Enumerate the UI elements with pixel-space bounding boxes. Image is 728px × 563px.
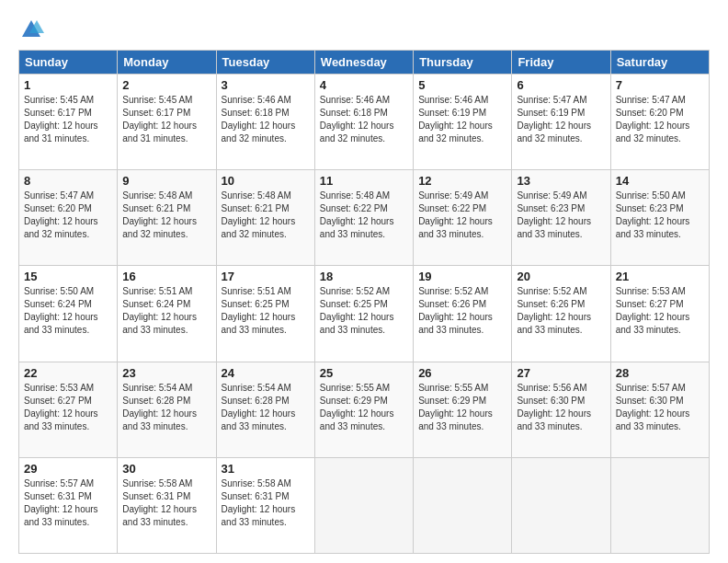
- day-info: Sunrise: 5:55 AM Sunset: 6:29 PM Dayligh…: [320, 382, 408, 433]
- calendar-cell: 27Sunrise: 5:56 AM Sunset: 6:30 PM Dayli…: [512, 362, 610, 457]
- calendar-header-tuesday: Tuesday: [216, 51, 314, 75]
- day-info: Sunrise: 5:45 AM Sunset: 6:17 PM Dayligh…: [24, 94, 112, 145]
- calendar-cell: [512, 457, 610, 553]
- calendar-cell: 29Sunrise: 5:57 AM Sunset: 6:31 PM Dayli…: [19, 457, 118, 553]
- calendar-cell: 28Sunrise: 5:57 AM Sunset: 6:30 PM Dayli…: [610, 362, 709, 457]
- calendar-cell: 2Sunrise: 5:45 AM Sunset: 6:17 PM Daylig…: [118, 75, 216, 170]
- day-number: 18: [320, 270, 408, 283]
- day-info: Sunrise: 5:58 AM Sunset: 6:31 PM Dayligh…: [222, 477, 310, 529]
- day-info: Sunrise: 5:52 AM Sunset: 6:26 PM Dayligh…: [517, 285, 605, 337]
- day-info: Sunrise: 5:49 AM Sunset: 6:22 PM Dayligh…: [418, 190, 506, 241]
- day-info: Sunrise: 5:57 AM Sunset: 6:31 PM Dayligh…: [24, 477, 112, 529]
- day-info: Sunrise: 5:54 AM Sunset: 6:28 PM Dayligh…: [222, 382, 310, 433]
- day-number: 16: [122, 270, 210, 283]
- calendar-cell: [314, 457, 413, 553]
- day-number: 8: [24, 174, 112, 188]
- calendar-cell: 6Sunrise: 5:47 AM Sunset: 6:19 PM Daylig…: [512, 75, 610, 170]
- calendar-cell: 14Sunrise: 5:50 AM Sunset: 6:23 PM Dayli…: [610, 170, 709, 266]
- day-info: Sunrise: 5:47 AM Sunset: 6:20 PM Dayligh…: [24, 190, 112, 241]
- calendar-cell: 9Sunrise: 5:48 AM Sunset: 6:21 PM Daylig…: [118, 170, 216, 266]
- day-number: 14: [616, 174, 704, 188]
- day-info: Sunrise: 5:52 AM Sunset: 6:26 PM Dayligh…: [418, 285, 506, 337]
- calendar-cell: 20Sunrise: 5:52 AM Sunset: 6:26 PM Dayli…: [512, 266, 610, 362]
- day-number: 17: [222, 270, 310, 283]
- day-number: 22: [24, 366, 112, 380]
- calendar-week-2: 8Sunrise: 5:47 AM Sunset: 6:20 PM Daylig…: [19, 170, 710, 266]
- day-info: Sunrise: 5:52 AM Sunset: 6:25 PM Dayligh…: [320, 285, 408, 337]
- day-number: 28: [616, 366, 704, 380]
- calendar-cell: 26Sunrise: 5:55 AM Sunset: 6:29 PM Dayli…: [414, 362, 512, 457]
- day-info: Sunrise: 5:47 AM Sunset: 6:20 PM Dayligh…: [616, 94, 704, 145]
- day-info: Sunrise: 5:46 AM Sunset: 6:18 PM Dayligh…: [320, 94, 408, 145]
- calendar-cell: 16Sunrise: 5:51 AM Sunset: 6:24 PM Dayli…: [118, 266, 216, 362]
- calendar-week-3: 15Sunrise: 5:50 AM Sunset: 6:24 PM Dayli…: [19, 266, 710, 362]
- day-info: Sunrise: 5:55 AM Sunset: 6:29 PM Dayligh…: [418, 382, 506, 433]
- calendar-cell: 24Sunrise: 5:54 AM Sunset: 6:28 PM Dayli…: [216, 362, 314, 457]
- day-info: Sunrise: 5:49 AM Sunset: 6:23 PM Dayligh…: [517, 190, 605, 241]
- day-info: Sunrise: 5:46 AM Sunset: 6:19 PM Dayligh…: [418, 94, 506, 145]
- calendar-cell: 23Sunrise: 5:54 AM Sunset: 6:28 PM Dayli…: [118, 362, 216, 457]
- day-info: Sunrise: 5:48 AM Sunset: 6:22 PM Dayligh…: [320, 190, 408, 241]
- calendar-header-friday: Friday: [512, 51, 610, 75]
- day-info: Sunrise: 5:51 AM Sunset: 6:25 PM Dayligh…: [222, 285, 310, 337]
- day-info: Sunrise: 5:53 AM Sunset: 6:27 PM Dayligh…: [616, 285, 704, 337]
- day-info: Sunrise: 5:50 AM Sunset: 6:24 PM Dayligh…: [24, 285, 112, 337]
- calendar-cell: 18Sunrise: 5:52 AM Sunset: 6:25 PM Dayli…: [314, 266, 413, 362]
- logo: [18, 17, 48, 42]
- day-number: 3: [222, 78, 310, 92]
- day-number: 30: [122, 462, 210, 476]
- calendar-cell: 19Sunrise: 5:52 AM Sunset: 6:26 PM Dayli…: [414, 266, 512, 362]
- day-info: Sunrise: 5:45 AM Sunset: 6:17 PM Dayligh…: [122, 94, 210, 145]
- calendar-header-thursday: Thursday: [414, 51, 512, 75]
- calendar-cell: 22Sunrise: 5:53 AM Sunset: 6:27 PM Dayli…: [19, 362, 118, 457]
- day-number: 4: [320, 78, 408, 92]
- logo-icon: [18, 17, 44, 42]
- calendar-cell: 12Sunrise: 5:49 AM Sunset: 6:22 PM Dayli…: [414, 170, 512, 266]
- day-number: 25: [320, 366, 408, 380]
- calendar-cell: 31Sunrise: 5:58 AM Sunset: 6:31 PM Dayli…: [216, 457, 314, 553]
- calendar-week-4: 22Sunrise: 5:53 AM Sunset: 6:27 PM Dayli…: [19, 362, 710, 457]
- day-number: 5: [418, 78, 506, 92]
- day-number: 19: [418, 270, 506, 283]
- calendar-cell: 3Sunrise: 5:46 AM Sunset: 6:18 PM Daylig…: [216, 75, 314, 170]
- day-number: 7: [616, 78, 704, 92]
- day-number: 31: [222, 462, 310, 476]
- calendar-cell: 13Sunrise: 5:49 AM Sunset: 6:23 PM Dayli…: [512, 170, 610, 266]
- day-info: Sunrise: 5:51 AM Sunset: 6:24 PM Dayligh…: [122, 285, 210, 337]
- day-info: Sunrise: 5:48 AM Sunset: 6:21 PM Dayligh…: [222, 190, 310, 241]
- day-info: Sunrise: 5:50 AM Sunset: 6:23 PM Dayligh…: [616, 190, 704, 241]
- calendar-cell: 17Sunrise: 5:51 AM Sunset: 6:25 PM Dayli…: [216, 266, 314, 362]
- day-number: 6: [517, 78, 605, 92]
- calendar-header-row: SundayMondayTuesdayWednesdayThursdayFrid…: [19, 51, 710, 75]
- calendar-cell: 10Sunrise: 5:48 AM Sunset: 6:21 PM Dayli…: [216, 170, 314, 266]
- day-info: Sunrise: 5:48 AM Sunset: 6:21 PM Dayligh…: [122, 190, 210, 241]
- calendar-cell: [414, 457, 512, 553]
- day-number: 21: [616, 270, 704, 283]
- day-number: 26: [418, 366, 506, 380]
- day-info: Sunrise: 5:46 AM Sunset: 6:18 PM Dayligh…: [222, 94, 310, 145]
- day-number: 29: [24, 462, 112, 476]
- day-number: 9: [122, 174, 210, 188]
- day-number: 15: [24, 270, 112, 283]
- calendar-header-monday: Monday: [118, 51, 216, 75]
- day-info: Sunrise: 5:53 AM Sunset: 6:27 PM Dayligh…: [24, 382, 112, 433]
- day-number: 24: [222, 366, 310, 380]
- day-number: 2: [122, 78, 210, 92]
- calendar-week-1: 1Sunrise: 5:45 AM Sunset: 6:17 PM Daylig…: [19, 75, 710, 170]
- calendar-table: SundayMondayTuesdayWednesdayThursdayFrid…: [18, 50, 710, 554]
- day-info: Sunrise: 5:58 AM Sunset: 6:31 PM Dayligh…: [122, 477, 210, 529]
- day-number: 20: [517, 270, 605, 283]
- calendar-cell: 4Sunrise: 5:46 AM Sunset: 6:18 PM Daylig…: [314, 75, 413, 170]
- calendar-cell: 7Sunrise: 5:47 AM Sunset: 6:20 PM Daylig…: [610, 75, 709, 170]
- calendar-cell: 8Sunrise: 5:47 AM Sunset: 6:20 PM Daylig…: [19, 170, 118, 266]
- day-info: Sunrise: 5:47 AM Sunset: 6:19 PM Dayligh…: [517, 94, 605, 145]
- day-number: 13: [517, 174, 605, 188]
- page: SundayMondayTuesdayWednesdayThursdayFrid…: [0, 0, 728, 563]
- calendar-cell: 21Sunrise: 5:53 AM Sunset: 6:27 PM Dayli…: [610, 266, 709, 362]
- calendar-cell: [610, 457, 709, 553]
- calendar-week-5: 29Sunrise: 5:57 AM Sunset: 6:31 PM Dayli…: [19, 457, 710, 553]
- day-number: 12: [418, 174, 506, 188]
- day-number: 23: [122, 366, 210, 380]
- calendar-cell: 1Sunrise: 5:45 AM Sunset: 6:17 PM Daylig…: [19, 75, 118, 170]
- day-number: 10: [222, 174, 310, 188]
